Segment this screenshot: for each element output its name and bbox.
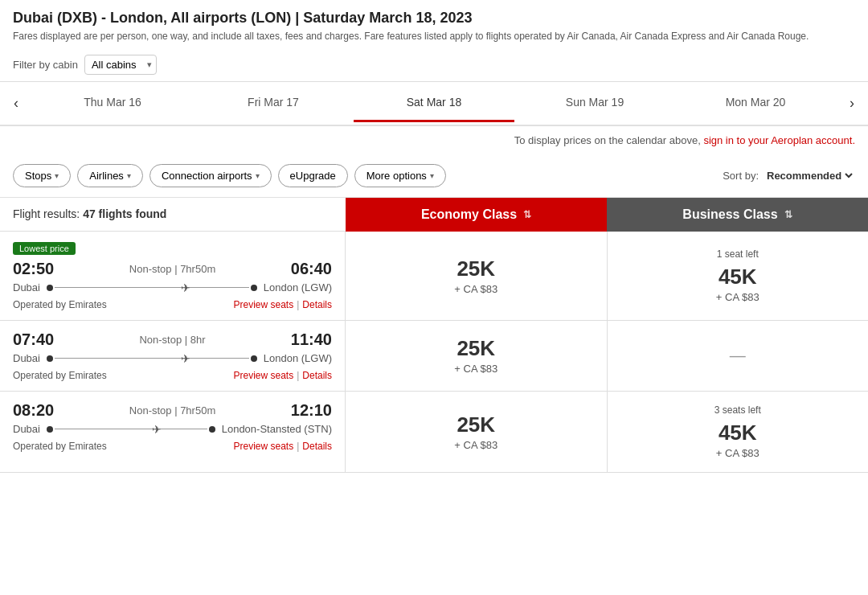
results-info: Flight results: 47 flights found	[0, 198, 346, 232]
business-price-points-1: 45K	[719, 265, 757, 289]
route-line-3: ✈	[40, 426, 222, 433]
destination-1: London (LGW)	[264, 281, 332, 293]
business-seats-left-3: 3 seats left	[714, 404, 761, 416]
table-row: 08:20 Non-stop | 7hr50m 12:10 Dubai ✈ Lo…	[0, 392, 868, 473]
business-price-cash-1: + CA $83	[716, 291, 760, 303]
eupgrade-button[interactable]: eUpgrade	[278, 164, 348, 187]
business-seats-left-1: 1 seat left	[717, 248, 759, 260]
preview-links-1: Preview seats | Details	[233, 299, 332, 310]
preview-links-2: Preview seats | Details	[233, 370, 332, 381]
date-tab-fri[interactable]: Fri Mar 17	[193, 84, 354, 122]
flight-route-2: Dubai ✈ London (LGW)	[13, 352, 332, 365]
separator-1: |	[297, 299, 299, 310]
economy-price-points-2: 25K	[457, 336, 495, 361]
filter-cabin-select[interactable]: All cabins Economy Business First	[84, 55, 157, 75]
route-line-inner-3: ✈	[55, 429, 207, 429]
flight-duration-2: Non-stop | 8hr	[54, 334, 291, 346]
business-cell-3[interactable]: 3 seats left 45K + CA $83	[608, 392, 869, 472]
details-link-2[interactable]: Details	[302, 370, 332, 381]
date-tab-sat[interactable]: Sat Mar 18	[354, 84, 514, 122]
date-nav-next-arrow[interactable]: ›	[836, 82, 868, 125]
route-dot-left-2	[47, 355, 53, 362]
aeroplan-sign-in-link[interactable]: sign in to your Aeroplan account.	[703, 134, 855, 146]
economy-price-points-3: 25K	[457, 412, 495, 437]
table-row: Lowest price 02:50 Non-stop | 7hr50m 06:…	[0, 232, 868, 321]
route-line-inner-1: ✈	[55, 287, 249, 288]
flight-info-2: 07:40 Non-stop | 8hr 11:40 Dubai ✈ Londo…	[0, 321, 346, 391]
flight-duration-1: Non-stop | 7hr50m	[54, 263, 291, 275]
destination-3: London-Stansted (STN)	[222, 423, 332, 435]
route-dot-right-2	[251, 355, 257, 362]
route-line-1: ✈	[40, 285, 264, 291]
flights-container: Lowest price 02:50 Non-stop | 7hr50m 06:…	[0, 232, 868, 473]
details-link-3[interactable]: Details	[302, 441, 332, 452]
fares-note: Fares displayed are per person, one way,…	[13, 30, 855, 43]
economy-cell-3[interactable]: 25K + CA $83	[346, 392, 608, 472]
date-nav-prev-arrow[interactable]: ‹	[0, 82, 32, 125]
stops-filter-button[interactable]: Stops ▾	[13, 164, 71, 187]
flight-route-3: Dubai ✈ London-Stansted (STN)	[13, 423, 332, 436]
preview-seats-link-1[interactable]: Preview seats	[233, 299, 293, 310]
economy-price-cash-2: + CA $83	[454, 363, 497, 375]
filter-cabin-label: Filter by cabin	[13, 59, 78, 71]
route-line-inner-2: ✈	[55, 358, 249, 359]
sort-section: Sort by: Recommended Price Duration	[723, 169, 855, 183]
economy-price-cash-3: + CA $83	[454, 439, 497, 451]
filter-cabin-wrapper[interactable]: All cabins Economy Business First	[84, 55, 157, 75]
date-navigation: ‹ Thu Mar 16 Fri Mar 17 Sat Mar 18 Sun M…	[0, 82, 868, 126]
airlines-filter-label: Airlines	[89, 170, 124, 182]
economy-class-label: Economy Class	[421, 207, 517, 222]
results-label: Flight results:	[13, 207, 80, 220]
depart-time-3: 08:20	[13, 401, 54, 420]
route-dot-left-1	[47, 285, 53, 291]
economy-sort-icon: ⇅	[523, 209, 531, 220]
connection-airports-label: Connection airports	[162, 170, 252, 182]
business-cell-1[interactable]: 1 seat left 45K + CA $83	[608, 232, 869, 320]
destination-2: London (LGW)	[264, 352, 332, 364]
route-dot-right-1	[251, 285, 257, 291]
more-options-button[interactable]: More options ▾	[354, 164, 446, 187]
stops-filter-label: Stops	[25, 170, 51, 182]
economy-class-header[interactable]: Economy Class ⇅	[346, 198, 607, 232]
header-section: Dubai (DXB) - London, All airports (LON)…	[0, 0, 868, 48]
preview-seats-link-3[interactable]: Preview seats	[233, 441, 293, 452]
airlines-chevron-icon: ▾	[127, 171, 131, 180]
operated-by-section-1: Operated by Emirates Preview seats | Det…	[13, 299, 332, 310]
operated-by-section-3: Operated by Emirates Preview seats | Det…	[13, 441, 332, 452]
aeroplan-note: To display prices on the calendar above,…	[0, 126, 868, 154]
economy-price-points-1: 25K	[457, 256, 495, 281]
connection-airports-filter-button[interactable]: Connection airports ▾	[149, 164, 272, 187]
origin-1: Dubai	[13, 281, 40, 293]
business-class-label: Business Class	[682, 207, 777, 222]
flight-info-3: 08:20 Non-stop | 7hr50m 12:10 Dubai ✈ Lo…	[0, 392, 346, 472]
filter-bar: Filter by cabin All cabins Economy Busin…	[0, 48, 868, 82]
table-row: 07:40 Non-stop | 8hr 11:40 Dubai ✈ Londo…	[0, 321, 868, 392]
sort-select[interactable]: Recommended Price Duration	[764, 169, 855, 183]
flight-duration-3: Non-stop | 7hr50m	[54, 404, 291, 416]
more-options-label: More options	[366, 170, 427, 182]
operator-2: Operated by Emirates	[13, 370, 107, 381]
connection-airports-chevron-icon: ▾	[256, 171, 260, 180]
preview-seats-link-2[interactable]: Preview seats	[233, 370, 293, 381]
airlines-filter-button[interactable]: Airlines ▾	[77, 164, 143, 187]
separator-2: |	[297, 370, 299, 381]
details-link-1[interactable]: Details	[302, 299, 332, 310]
date-tab-mon[interactable]: Mon Mar 20	[675, 84, 836, 122]
date-tab-sun[interactable]: Sun Mar 19	[514, 84, 675, 122]
economy-cell-2[interactable]: 25K + CA $83	[346, 321, 608, 391]
route-plane-icon-1: ✈	[181, 281, 190, 294]
sort-by-label: Sort by:	[723, 170, 759, 182]
flight-route-1: Dubai ✈ London (LGW)	[13, 281, 332, 294]
date-tab-thu[interactable]: Thu Mar 16	[32, 84, 193, 122]
economy-cell-1[interactable]: 25K + CA $83	[346, 232, 608, 320]
business-class-header[interactable]: Business Class ⇅	[607, 198, 868, 232]
results-header: Flight results: 47 flights found Economy…	[0, 198, 868, 232]
arrive-time-1: 06:40	[291, 260, 332, 278]
aeroplan-note-prefix: To display prices on the calendar above,	[514, 134, 701, 146]
operator-1: Operated by Emirates	[13, 299, 107, 310]
lowest-price-badge: Lowest price	[13, 242, 76, 255]
operator-3: Operated by Emirates	[13, 441, 107, 452]
economy-price-cash-1: + CA $83	[454, 283, 497, 295]
business-cell-2[interactable]: —	[608, 321, 869, 391]
operated-by-section-2: Operated by Emirates Preview seats | Det…	[13, 370, 332, 381]
